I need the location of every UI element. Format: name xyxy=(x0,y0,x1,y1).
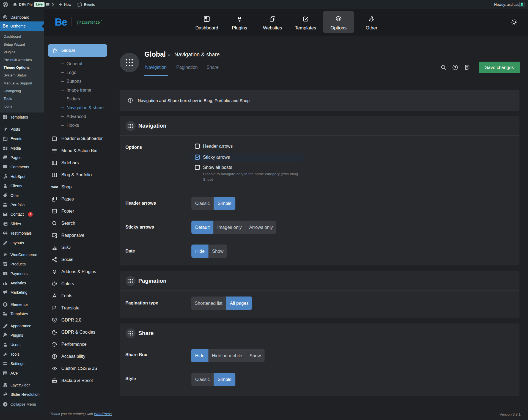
svg-text:woo: woo xyxy=(51,185,58,189)
svg-text:G: G xyxy=(54,319,55,321)
svg-text:$: $ xyxy=(4,272,6,275)
